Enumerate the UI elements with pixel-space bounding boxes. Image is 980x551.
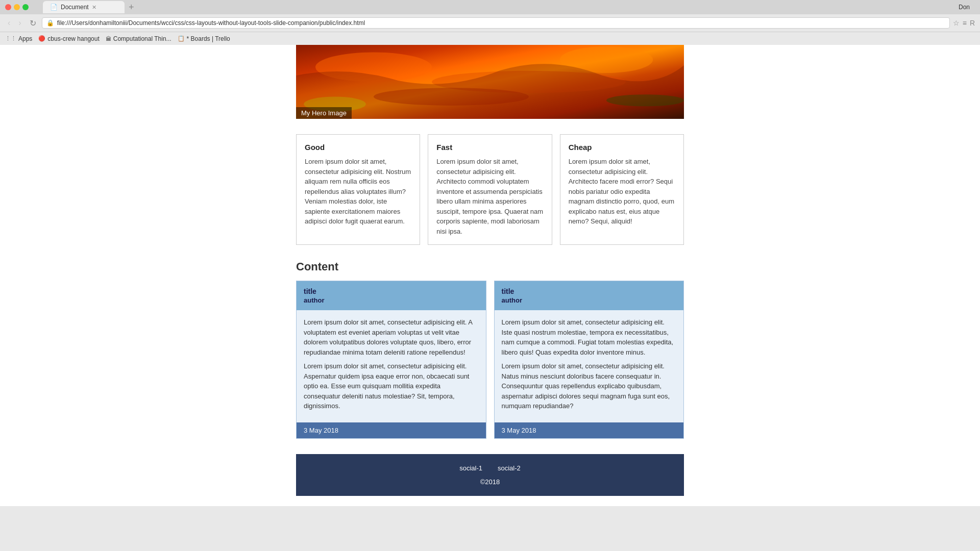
footer-copyright: ©2018 <box>306 478 674 486</box>
bookmark-computational[interactable]: 🏛 Computational Thin... <box>106 35 172 42</box>
minimize-button[interactable] <box>14 4 20 10</box>
cbus-icon: 🔴 <box>38 35 45 42</box>
column-good-heading: Good <box>305 143 411 152</box>
column-good-text: Lorem ipsum dolor sit amet, consectetur … <box>305 157 411 227</box>
title-bar: 📄 Document ✕ + Don <box>0 0 980 14</box>
article-1-footer: 3 May 2018 <box>297 422 486 438</box>
article-1-body1: Lorem ipsum dolor sit amet, consectetur … <box>304 317 479 357</box>
column-cheap-text: Lorem ipsum dolor sit amet, consectetur … <box>569 157 675 227</box>
refresh-button[interactable]: ↻ <box>27 17 39 29</box>
close-button[interactable] <box>5 4 11 10</box>
article-1-date: 3 May 2018 <box>304 427 338 434</box>
traffic-lights <box>5 4 29 10</box>
article-2-body2: Lorem ipsum dolor sit amet, consectetur … <box>502 361 677 411</box>
address-bar[interactable]: 🔒 file:///Users/donhamiltoniii/Documents… <box>42 17 950 29</box>
article-1-header: title author <box>297 281 486 310</box>
article-2-header: title author <box>495 281 684 310</box>
article-2-date: 3 May 2018 <box>502 427 536 434</box>
article-grid: title author Lorem ipsum dolor sit amet,… <box>296 281 684 439</box>
bookmark-apps[interactable]: ⋮⋮ Apps <box>5 35 32 42</box>
reader-icon[interactable]: ≡ <box>963 19 967 27</box>
article-1-title: title <box>304 287 479 295</box>
social-link-1[interactable]: social-1 <box>459 464 482 472</box>
boards-icon: 📋 <box>178 35 185 42</box>
article-1-body: Lorem ipsum dolor sit amet, consectetur … <box>297 310 486 422</box>
active-tab[interactable]: 📄 Document ✕ <box>43 1 125 13</box>
site-footer: social-1 social-2 ©2018 <box>296 454 684 496</box>
bookmark-boards[interactable]: 📋 * Boards | Trello <box>178 35 230 42</box>
toolbar-icons: ☆ ≡ R <box>953 19 975 27</box>
bookmarks-bar: ⋮⋮ Apps 🔴 cbus-crew hangout 🏛 Computatio… <box>0 32 980 45</box>
column-cheap: Cheap Lorem ipsum dolor sit amet, consec… <box>560 134 684 245</box>
star-icon[interactable]: ☆ <box>953 19 960 27</box>
toolbar: ‹ › ↻ 🔒 file:///Users/donhamiltoniii/Doc… <box>0 14 980 32</box>
tab-close-button[interactable]: ✕ <box>92 4 96 11</box>
article-2-body1: Lorem ipsum dolor sit amet, consectetur … <box>502 317 677 357</box>
article-card-1: title author Lorem ipsum dolor sit amet,… <box>296 281 486 439</box>
extensions-icon[interactable]: R <box>970 19 975 27</box>
bookmark-cbus[interactable]: 🔴 cbus-crew hangout <box>38 35 99 42</box>
footer-social-links: social-1 social-2 <box>306 464 674 472</box>
hero-caption: My Hero Image <box>296 107 352 119</box>
tab-bar: 📄 Document ✕ + <box>33 0 954 15</box>
user-label: Don <box>959 4 975 11</box>
page-content: My Hero Image Good Lorem ipsum dolor sit… <box>0 45 980 506</box>
article-1-author: author <box>304 296 479 304</box>
column-fast-text: Lorem ipsum dolor sit amet, consectetur … <box>436 157 543 236</box>
social-link-2[interactable]: social-2 <box>498 464 521 472</box>
bookmark-computational-label: Computational Thin... <box>113 35 172 42</box>
column-fast: Fast Lorem ipsum dolor sit amet, consect… <box>428 134 552 245</box>
tab-favicon: 📄 <box>50 4 58 11</box>
bookmark-boards-label: * Boards | Trello <box>187 35 230 42</box>
column-cheap-heading: Cheap <box>569 143 675 152</box>
browser-window: 📄 Document ✕ + Don ‹ › ↻ 🔒 file:///Users… <box>0 0 980 551</box>
article-2-body: Lorem ipsum dolor sit amet, consectetur … <box>495 310 684 422</box>
article-2-title: title <box>502 287 677 295</box>
article-1-body2: Lorem ipsum dolor sit amet, consectetur … <box>304 361 479 411</box>
url-text: file:///Users/donhamiltoniii/Documents/w… <box>57 19 365 27</box>
article-2-author: author <box>502 296 677 304</box>
column-good: Good Lorem ipsum dolor sit amet, consect… <box>296 134 420 245</box>
hero-image <box>296 45 684 119</box>
hero-section: My Hero Image <box>296 45 684 119</box>
column-fast-heading: Fast <box>436 143 543 152</box>
new-tab-button[interactable]: + <box>125 2 138 13</box>
content-title: Content <box>296 260 684 273</box>
article-card-2: title author Lorem ipsum dolor sit amet,… <box>494 281 684 439</box>
back-button[interactable]: ‹ <box>5 17 13 29</box>
bookmark-cbus-label: cbus-crew hangout <box>47 35 99 42</box>
bookmark-apps-label: Apps <box>18 35 32 42</box>
forward-button[interactable]: › <box>16 17 23 29</box>
apps-icon: ⋮⋮ <box>5 35 16 42</box>
svg-point-6 <box>606 94 684 106</box>
maximize-button[interactable] <box>22 4 29 10</box>
article-2-footer: 3 May 2018 <box>495 422 684 438</box>
tab-label: Document <box>61 4 89 11</box>
content-section: Content title author Lorem ipsum dolor s… <box>296 260 684 439</box>
feature-columns: Good Lorem ipsum dolor sit amet, consect… <box>296 134 684 245</box>
computational-icon: 🏛 <box>106 36 111 42</box>
